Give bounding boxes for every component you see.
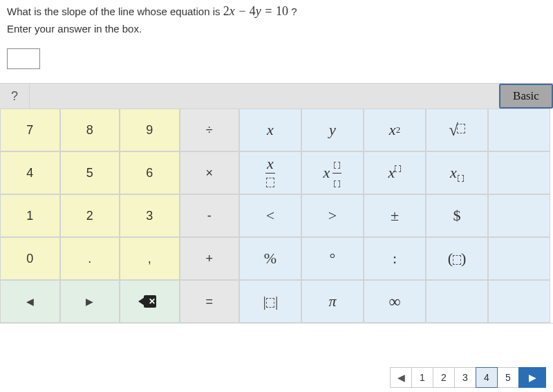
key-equals[interactable]: = <box>180 280 240 323</box>
key-2[interactable]: 2 <box>60 194 120 237</box>
placeholder-icon <box>266 298 274 308</box>
placeholder-icon <box>457 124 465 133</box>
key-blank-r5a <box>426 280 488 323</box>
key-minus[interactable]: - <box>180 194 240 237</box>
keypad-grid: 7 8 9 ÷ x y x2 √ 4 5 6 × x x x x 1 2 3 -… <box>0 109 553 323</box>
key-x-power[interactable]: x <box>364 151 426 194</box>
question-equation: 2x − 4y = 10 <box>223 4 288 18</box>
question-prefix: What is the slope of the line whose equa… <box>7 6 223 17</box>
question-text: What is the slope of the line whose equa… <box>0 0 553 19</box>
key-percent[interactable]: % <box>239 237 301 280</box>
page-2-button[interactable]: 2 <box>433 367 455 388</box>
key-dollar[interactable]: $ <box>426 194 488 237</box>
key-5[interactable]: 5 <box>60 151 120 194</box>
key-4[interactable]: 4 <box>0 151 60 194</box>
key-y[interactable]: y <box>301 109 364 151</box>
key-8[interactable]: 8 <box>60 109 120 151</box>
key-multiply[interactable]: × <box>180 151 240 194</box>
keypad: ? Basic 7 8 9 ÷ x y x2 √ 4 5 6 × x x x x… <box>0 83 553 324</box>
key-infinity[interactable]: ∞ <box>364 280 426 323</box>
key-divide[interactable]: ÷ <box>180 109 240 151</box>
key-cursor-left[interactable]: ◀ <box>0 280 60 323</box>
key-6[interactable]: 6 <box>120 151 180 194</box>
key-x-squared[interactable]: x2 <box>364 109 426 151</box>
key-less-than[interactable]: < <box>239 194 301 237</box>
key-parentheses[interactable]: () <box>426 237 488 280</box>
placeholder-icon <box>334 180 340 187</box>
question-suffix: ? <box>291 6 297 17</box>
page-prev-button[interactable]: ◀ <box>390 367 412 388</box>
answer-input[interactable] <box>7 48 40 69</box>
key-x-subscript[interactable]: x <box>426 151 488 194</box>
key-degree[interactable]: ° <box>301 237 364 280</box>
key-cursor-right[interactable]: ▶ <box>60 280 120 323</box>
placeholder-icon <box>266 178 274 187</box>
placeholder-icon <box>458 175 464 182</box>
page-3-button[interactable]: 3 <box>454 367 476 388</box>
key-3[interactable]: 3 <box>120 194 180 237</box>
placeholder-icon <box>395 165 401 172</box>
page-navigator: ◀ 1 2 3 4 5 ▶ <box>391 367 546 388</box>
page-4-button[interactable]: 4 <box>476 367 498 388</box>
key-plus[interactable]: + <box>180 237 240 280</box>
page-1-button[interactable]: 1 <box>411 367 433 388</box>
backspace-icon: ✕ <box>140 295 159 308</box>
key-fraction[interactable]: x <box>239 151 301 194</box>
key-plus-minus[interactable]: ± <box>364 194 426 237</box>
key-blank-r2 <box>488 151 550 194</box>
mode-basic-button[interactable]: Basic <box>499 84 553 109</box>
key-blank-r4 <box>488 237 550 280</box>
key-comma[interactable]: , <box>120 237 180 280</box>
page-5-button[interactable]: 5 <box>497 367 519 388</box>
key-9[interactable]: 9 <box>120 109 180 151</box>
key-greater-than[interactable]: > <box>301 194 364 237</box>
header-spacer <box>30 84 499 109</box>
key-blank-r3 <box>488 194 550 237</box>
key-absolute[interactable]: || <box>239 280 301 323</box>
key-mixed-fraction[interactable]: x <box>301 151 364 194</box>
key-x[interactable]: x <box>239 109 301 151</box>
instruction-text: Enter your answer in the box. <box>0 19 553 47</box>
placeholder-icon <box>453 255 461 265</box>
help-button[interactable]: ? <box>0 84 30 109</box>
key-pi[interactable]: π <box>301 280 364 323</box>
key-1[interactable]: 1 <box>0 194 60 237</box>
page-next-button[interactable]: ▶ <box>518 367 546 388</box>
key-sqrt[interactable]: √ <box>426 109 488 151</box>
key-dot[interactable]: . <box>60 237 120 280</box>
key-7[interactable]: 7 <box>0 109 60 151</box>
keypad-header: ? Basic <box>0 84 553 109</box>
key-blank-r5b <box>488 280 550 323</box>
key-backspace[interactable]: ✕ <box>120 280 180 323</box>
key-colon[interactable]: : <box>364 237 426 280</box>
placeholder-icon <box>334 162 340 169</box>
key-blank-r1 <box>488 109 550 151</box>
key-0[interactable]: 0 <box>0 237 60 280</box>
